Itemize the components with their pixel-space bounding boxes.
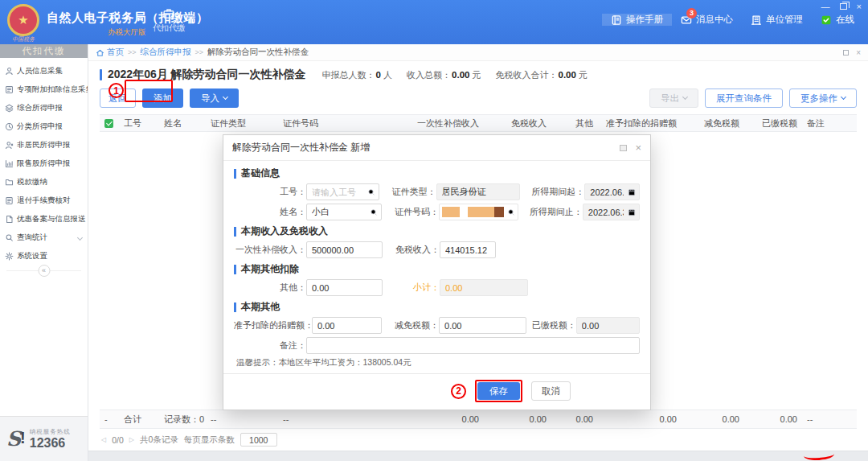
sidebar-item-tax-payment[interactable]: 税款缴纳	[0, 173, 88, 191]
page-indicator: 0/0	[112, 435, 124, 445]
sidebar-item-label: 专项附加扣除信息采集	[17, 84, 88, 95]
topnav-label: 在线	[836, 14, 854, 26]
page-header: 2022年06月 解除劳动合同一次性补偿金 申报总人数：0 人收入总额：0.00…	[88, 61, 868, 84]
hotline-block: S! 纳税服务热线 12366	[0, 416, 88, 461]
modal-footer: 2 保存 取消	[223, 373, 650, 410]
footer-cell-4: --	[278, 414, 389, 424]
donation-input[interactable]	[316, 320, 378, 331]
bottom-strip	[88, 451, 868, 461]
book-icon	[611, 14, 622, 26]
tax-free-label: 免税收入：	[385, 244, 440, 256]
12366-logo-icon: S!	[6, 429, 26, 449]
footer-cell-10: 0.00	[744, 414, 802, 424]
chevron-down-icon	[77, 235, 83, 241]
cert-type-label: 证件类型：	[382, 186, 436, 198]
save-button[interactable]: 保存	[477, 382, 520, 400]
name-input[interactable]	[310, 207, 367, 218]
prev-page-icon[interactable]: ◁	[101, 436, 106, 443]
form-icon	[5, 85, 14, 94]
period-start-input[interactable]	[588, 187, 625, 198]
docline-icon	[5, 196, 14, 205]
sidebar-item-nonresident-income[interactable]: 非居民所得申报	[0, 136, 88, 154]
remark-input[interactable]	[310, 340, 636, 352]
cert-type-input	[440, 187, 517, 198]
sidebar-item-special-deduction[interactable]: 专项附加扣除信息采集	[0, 80, 88, 99]
briefcase-icon	[162, 7, 175, 20]
topnav-messages[interactable]: 3消息中心	[672, 14, 742, 26]
sidebar-item-preferential-filing[interactable]: 优惠备案与信息报送	[0, 210, 88, 228]
clock-icon	[5, 122, 14, 131]
sidebar-item-restricted-stock[interactable]: 限售股所得申报	[0, 154, 88, 173]
topnav-online-status[interactable]: 在线	[812, 14, 863, 26]
other-input[interactable]	[310, 282, 379, 294]
sidebar-item-label: 分类所得申报	[17, 121, 63, 132]
next-page-icon[interactable]: ▷	[129, 436, 134, 443]
modal-tip: 温馨提示：本地区年平均工资为：138005.04元	[236, 357, 640, 368]
column-header-7: 准予扣除的捐赠额	[598, 117, 682, 130]
sidebar-item-classified-income[interactable]: 分类所得申报	[0, 117, 88, 136]
cert-no-input[interactable]	[439, 204, 518, 220]
page-stat: 免税收入合计：0.00 元	[496, 69, 588, 81]
search-icon	[370, 208, 378, 216]
donation-label: 准予扣除的捐赠额：	[234, 319, 312, 331]
topnav-org-management[interactable]: 单位管理	[742, 14, 812, 26]
sidebar-item-label: 非居民所得申报	[17, 140, 71, 150]
select-all-checkbox[interactable]	[100, 118, 119, 128]
expand-query-button[interactable]: 展开查询条件	[705, 88, 783, 108]
breadcrumb-link[interactable]: 综合所得申报	[141, 47, 191, 58]
footer-cell-6: 0.00	[484, 414, 551, 424]
period-end-label: 所得期间止：	[521, 206, 583, 218]
job-no-input[interactable]	[310, 187, 365, 198]
column-header-10: 备注	[802, 117, 857, 130]
close-button[interactable]: ×	[857, 2, 862, 11]
minimize-button[interactable]: —	[821, 2, 830, 11]
sidebar-item-comprehensive-income[interactable]: 综合所得申报	[0, 99, 88, 117]
modal-titlebar: 解除劳动合同一次性补偿金 新增 ×	[223, 135, 650, 161]
sidebar-collapse-button[interactable]: «	[38, 265, 50, 277]
tax-paid-input	[580, 320, 636, 331]
topnav-label: 单位管理	[766, 14, 803, 26]
sidebar-item-label: 系统设置	[17, 251, 47, 261]
sidebar-collapse-divider: «	[6, 270, 81, 278]
sidebar-item-query-statistics[interactable]: 查询统计	[0, 228, 88, 247]
chevron-down-icon	[223, 94, 228, 100]
more-actions-button[interactable]: 更多操作	[789, 88, 857, 108]
sidebar-header: 代扣代缴	[0, 44, 88, 58]
tax-free-input[interactable]	[444, 245, 492, 256]
chevron-down-icon	[682, 94, 688, 100]
sidebar-item-refund-fee-check[interactable]: 退付手续费核对	[0, 191, 88, 210]
sidebar-item-system-settings[interactable]: 系统设置	[0, 247, 88, 265]
tax-relief-input[interactable]	[443, 320, 522, 331]
sidebar-item-label: 税款缴纳	[17, 177, 47, 187]
page-size-input[interactable]	[240, 433, 277, 447]
column-header-0: 工号	[119, 117, 159, 130]
import-button[interactable]: 导入	[190, 88, 239, 108]
restore-button[interactable]	[840, 3, 847, 10]
period-start-label: 所得期间起：	[522, 186, 584, 198]
remark-label: 备注：	[234, 340, 306, 352]
tax-relief-label: 减免税额：	[384, 319, 439, 331]
modal-maximize-icon[interactable]	[620, 145, 627, 151]
compensation-input[interactable]	[310, 245, 379, 256]
column-header-3: 证件号码	[278, 117, 389, 130]
topnav-label: 消息中心	[696, 14, 733, 26]
footer-cell-2: 记录数：0	[159, 414, 206, 426]
sidebar-item-label: 优惠备案与信息报送	[17, 214, 86, 224]
breadcrumb-link[interactable]: 首页	[96, 47, 124, 58]
topnav-manual[interactable]: 操作手册	[602, 14, 672, 26]
search-icon	[367, 188, 375, 196]
tab-close-icon[interactable]: ×	[856, 48, 861, 57]
other-label: 其他：	[234, 282, 306, 294]
column-header-9: 已缴税额	[744, 117, 802, 130]
export-button[interactable]: 导出	[649, 88, 698, 108]
tab-withholding[interactable]: 代扣代缴	[153, 7, 185, 34]
cancel-button[interactable]: 取消	[531, 381, 571, 401]
add-button[interactable]: 添加	[142, 88, 183, 108]
sidebar-item-personnel-info[interactable]: 人员信息采集	[0, 62, 88, 80]
tab-maximize-icon[interactable]	[843, 50, 849, 56]
page-title: 2022年06月 解除劳动合同一次性补偿金	[100, 68, 306, 82]
modal-close-icon[interactable]: ×	[635, 144, 641, 152]
hotline-number: 12366	[30, 436, 71, 450]
breadcrumb: 首页>>综合所得申报>>解除劳动合同一次性补偿金×	[88, 44, 868, 61]
period-end-input[interactable]	[587, 207, 625, 218]
